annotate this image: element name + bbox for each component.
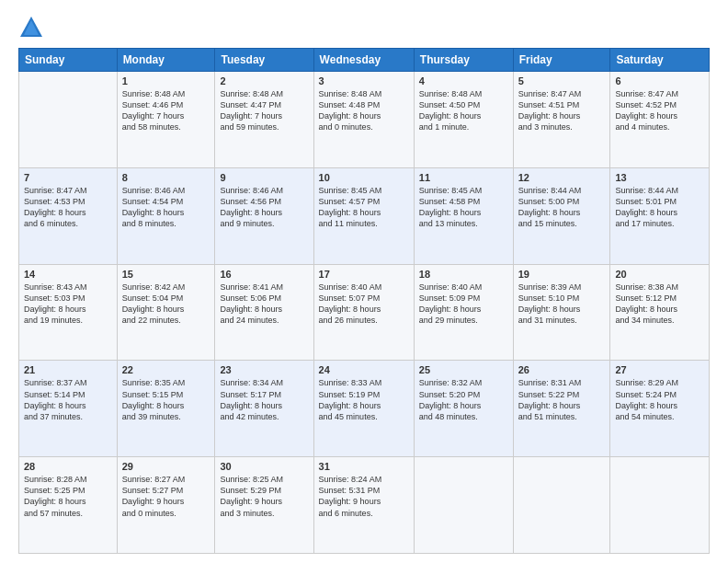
day-number: 4 (419, 75, 508, 86)
day-info: Sunrise: 8:24 AM Sunset: 5:31 PM Dayligh… (319, 474, 409, 519)
day-number: 5 (518, 75, 606, 86)
calendar-cell: 28Sunrise: 8:28 AM Sunset: 5:25 PM Dayli… (19, 457, 118, 554)
week-row-4: 21Sunrise: 8:37 AM Sunset: 5:14 PM Dayli… (19, 361, 710, 457)
day-info: Sunrise: 8:44 AM Sunset: 5:00 PM Dayligh… (518, 185, 606, 230)
calendar-cell: 13Sunrise: 8:44 AM Sunset: 5:01 PM Dayli… (610, 167, 710, 264)
day-info: Sunrise: 8:48 AM Sunset: 4:48 PM Dayligh… (319, 88, 409, 133)
calendar-cell: 25Sunrise: 8:32 AM Sunset: 5:20 PM Dayli… (414, 361, 513, 457)
day-number: 30 (220, 461, 308, 472)
day-info: Sunrise: 8:31 AM Sunset: 5:22 PM Dayligh… (518, 377, 606, 422)
day-number: 14 (24, 269, 112, 280)
calendar-cell (513, 457, 610, 554)
day-info: Sunrise: 8:34 AM Sunset: 5:17 PM Dayligh… (220, 377, 308, 422)
day-info: Sunrise: 8:44 AM Sunset: 5:01 PM Dayligh… (615, 185, 704, 230)
day-info: Sunrise: 8:48 AM Sunset: 4:47 PM Dayligh… (220, 88, 308, 133)
weekday-header-tuesday: Tuesday (215, 49, 313, 72)
calendar-cell: 12Sunrise: 8:44 AM Sunset: 5:00 PM Dayli… (513, 167, 610, 264)
calendar-cell: 9Sunrise: 8:46 AM Sunset: 4:56 PM Daylig… (215, 167, 313, 264)
calendar-cell: 5Sunrise: 8:47 AM Sunset: 4:51 PM Daylig… (513, 72, 610, 168)
calendar-cell: 24Sunrise: 8:33 AM Sunset: 5:19 PM Dayli… (313, 361, 414, 457)
calendar-cell: 2Sunrise: 8:48 AM Sunset: 4:47 PM Daylig… (215, 72, 313, 168)
page: SundayMondayTuesdayWednesdayThursdayFrid… (0, 0, 728, 563)
day-info: Sunrise: 8:28 AM Sunset: 5:25 PM Dayligh… (24, 474, 112, 519)
day-info: Sunrise: 8:29 AM Sunset: 5:24 PM Dayligh… (615, 377, 704, 422)
weekday-header-monday: Monday (117, 49, 215, 72)
day-number: 28 (24, 461, 112, 472)
day-info: Sunrise: 8:25 AM Sunset: 5:29 PM Dayligh… (220, 474, 308, 519)
day-number: 8 (122, 172, 210, 183)
calendar-cell: 21Sunrise: 8:37 AM Sunset: 5:14 PM Dayli… (19, 361, 118, 457)
day-number: 23 (220, 364, 308, 375)
day-number: 6 (615, 75, 704, 86)
day-info: Sunrise: 8:40 AM Sunset: 5:09 PM Dayligh… (419, 282, 508, 327)
day-info: Sunrise: 8:47 AM Sunset: 4:51 PM Dayligh… (518, 88, 606, 133)
calendar-cell: 6Sunrise: 8:47 AM Sunset: 4:52 PM Daylig… (610, 72, 710, 168)
day-number: 15 (122, 269, 210, 280)
day-info: Sunrise: 8:38 AM Sunset: 5:12 PM Dayligh… (615, 282, 704, 327)
day-info: Sunrise: 8:48 AM Sunset: 4:50 PM Dayligh… (419, 88, 508, 133)
day-number: 9 (220, 172, 308, 183)
day-info: Sunrise: 8:42 AM Sunset: 5:04 PM Dayligh… (122, 282, 210, 327)
day-number: 24 (319, 364, 409, 375)
day-info: Sunrise: 8:32 AM Sunset: 5:20 PM Dayligh… (419, 377, 508, 422)
calendar-table: SundayMondayTuesdayWednesdayThursdayFrid… (18, 48, 710, 554)
calendar-cell: 30Sunrise: 8:25 AM Sunset: 5:29 PM Dayli… (215, 457, 313, 554)
calendar-cell: 11Sunrise: 8:45 AM Sunset: 4:58 PM Dayli… (414, 167, 513, 264)
day-number: 10 (319, 172, 409, 183)
calendar-cell: 18Sunrise: 8:40 AM Sunset: 5:09 PM Dayli… (414, 264, 513, 361)
calendar-cell: 10Sunrise: 8:45 AM Sunset: 4:57 PM Dayli… (313, 167, 414, 264)
day-number: 27 (615, 364, 704, 375)
day-number: 17 (319, 269, 409, 280)
day-number: 3 (319, 75, 409, 86)
calendar-cell: 29Sunrise: 8:27 AM Sunset: 5:27 PM Dayli… (117, 457, 215, 554)
day-info: Sunrise: 8:39 AM Sunset: 5:10 PM Dayligh… (518, 282, 606, 327)
calendar-cell: 15Sunrise: 8:42 AM Sunset: 5:04 PM Dayli… (117, 264, 215, 361)
day-info: Sunrise: 8:45 AM Sunset: 4:58 PM Dayligh… (419, 185, 508, 230)
day-info: Sunrise: 8:47 AM Sunset: 4:53 PM Dayligh… (24, 185, 112, 230)
day-number: 2 (220, 75, 308, 86)
weekday-header-row: SundayMondayTuesdayWednesdayThursdayFrid… (19, 49, 710, 72)
week-row-3: 14Sunrise: 8:43 AM Sunset: 5:03 PM Dayli… (19, 264, 710, 361)
calendar-cell: 23Sunrise: 8:34 AM Sunset: 5:17 PM Dayli… (215, 361, 313, 457)
calendar-cell: 14Sunrise: 8:43 AM Sunset: 5:03 PM Dayli… (19, 264, 118, 361)
day-info: Sunrise: 8:27 AM Sunset: 5:27 PM Dayligh… (122, 474, 210, 519)
calendar-cell: 8Sunrise: 8:46 AM Sunset: 4:54 PM Daylig… (117, 167, 215, 264)
calendar-cell (414, 457, 513, 554)
week-row-2: 7Sunrise: 8:47 AM Sunset: 4:53 PM Daylig… (19, 167, 710, 264)
logo-icon (18, 15, 44, 40)
day-number: 29 (122, 461, 210, 472)
day-number: 21 (24, 364, 112, 375)
day-number: 31 (319, 461, 409, 472)
day-number: 26 (518, 364, 606, 375)
day-info: Sunrise: 8:46 AM Sunset: 4:54 PM Dayligh… (122, 185, 210, 230)
day-info: Sunrise: 8:37 AM Sunset: 5:14 PM Dayligh… (24, 377, 112, 422)
day-info: Sunrise: 8:35 AM Sunset: 5:15 PM Dayligh… (122, 377, 210, 422)
calendar-cell: 22Sunrise: 8:35 AM Sunset: 5:15 PM Dayli… (117, 361, 215, 457)
calendar: SundayMondayTuesdayWednesdayThursdayFrid… (18, 48, 710, 554)
weekday-header-wednesday: Wednesday (313, 49, 414, 72)
day-number: 1 (122, 75, 210, 86)
day-number: 22 (122, 364, 210, 375)
day-number: 19 (518, 269, 606, 280)
calendar-cell: 27Sunrise: 8:29 AM Sunset: 5:24 PM Dayli… (610, 361, 710, 457)
day-info: Sunrise: 8:41 AM Sunset: 5:06 PM Dayligh… (220, 282, 308, 327)
weekday-header-sunday: Sunday (19, 49, 118, 72)
day-number: 7 (24, 172, 112, 183)
calendar-cell: 4Sunrise: 8:48 AM Sunset: 4:50 PM Daylig… (414, 72, 513, 168)
week-row-5: 28Sunrise: 8:28 AM Sunset: 5:25 PM Dayli… (19, 457, 710, 554)
day-info: Sunrise: 8:33 AM Sunset: 5:19 PM Dayligh… (319, 377, 409, 422)
calendar-cell: 20Sunrise: 8:38 AM Sunset: 5:12 PM Dayli… (610, 264, 710, 361)
day-info: Sunrise: 8:43 AM Sunset: 5:03 PM Dayligh… (24, 282, 112, 327)
header (18, 15, 710, 40)
day-number: 20 (615, 269, 704, 280)
calendar-cell (610, 457, 710, 554)
calendar-cell: 3Sunrise: 8:48 AM Sunset: 4:48 PM Daylig… (313, 72, 414, 168)
weekday-header-thursday: Thursday (414, 49, 513, 72)
week-row-1: 1Sunrise: 8:48 AM Sunset: 4:46 PM Daylig… (19, 72, 710, 168)
day-info: Sunrise: 8:48 AM Sunset: 4:46 PM Dayligh… (122, 88, 210, 133)
day-info: Sunrise: 8:47 AM Sunset: 4:52 PM Dayligh… (615, 88, 704, 133)
day-number: 16 (220, 269, 308, 280)
day-number: 25 (419, 364, 508, 375)
calendar-cell (19, 72, 118, 168)
calendar-cell: 26Sunrise: 8:31 AM Sunset: 5:22 PM Dayli… (513, 361, 610, 457)
